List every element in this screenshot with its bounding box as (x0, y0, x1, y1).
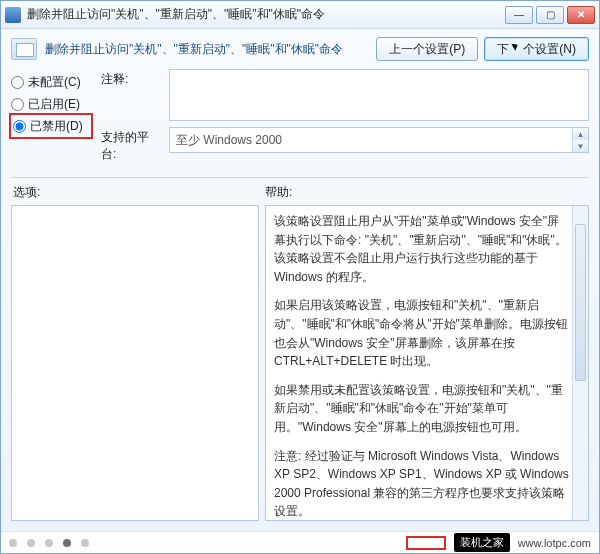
comment-label: 注释: (101, 69, 161, 88)
radio-label: 已禁用(D) (30, 118, 83, 135)
panes: 该策略设置阻止用户从"开始"菜单或"Windows 安全"屏幕执行以下命令: "… (11, 205, 589, 521)
policy-description: 删除并阻止访问"关机"、"重新启动"、"睡眠"和"休眠"命令 (45, 41, 368, 58)
help-scrollbar[interactable] (572, 206, 588, 520)
watermark-bar: 装机之家 www.lotpc.com (1, 531, 599, 553)
nav-buttons: 上一个设置(P) 下 个设置(N) (376, 37, 589, 61)
titlebar: 删除并阻止访问"关机"、"重新启动"、"睡眠"和"休眠"命令 — ▢ ✕ (1, 1, 599, 29)
platform-row: 支持的平台: 至少 Windows 2000 ▲ ▼ (101, 127, 589, 163)
fields: 注释: 支持的平台: 至少 Windows 2000 ▲ ▼ (101, 69, 589, 169)
pane-labels: 选项: 帮助: (11, 184, 589, 201)
radio-unconfigured[interactable]: 未配置(C) (11, 71, 91, 93)
radio-label: 已启用(E) (28, 96, 80, 113)
state-radios: 未配置(C) 已启用(E) 已禁用(D) (11, 69, 91, 169)
pager-dots (9, 539, 89, 547)
config-area: 未配置(C) 已启用(E) 已禁用(D) 注释: 支持的平台: 至少 Windo… (11, 69, 589, 169)
scroll-down-icon[interactable]: ▼ (572, 140, 588, 152)
dot (27, 539, 35, 547)
comment-input[interactable] (169, 69, 589, 121)
next-label-a: 下 (497, 41, 509, 58)
maximize-button[interactable]: ▢ (536, 6, 564, 24)
window-title: 删除并阻止访问"关机"、"重新启动"、"睡眠"和"休眠"命令 (27, 6, 505, 23)
highlight-box (406, 536, 446, 550)
dot (81, 539, 89, 547)
help-text: 注意: 经过验证与 Microsoft Windows Vista、Window… (274, 447, 570, 521)
radio-input[interactable] (11, 98, 24, 111)
header-row: 删除并阻止访问"关机"、"重新启动"、"睡眠"和"休眠"命令 上一个设置(P) … (11, 37, 589, 61)
dialog-window: 删除并阻止访问"关机"、"重新启动"、"睡眠"和"休眠"命令 — ▢ ✕ 删除并… (0, 0, 600, 554)
comment-row: 注释: (101, 69, 589, 121)
close-button[interactable]: ✕ (567, 6, 595, 24)
app-icon (5, 7, 21, 23)
brand-name: 装机之家 (454, 533, 510, 552)
prev-label: 上一个设置(P) (389, 41, 465, 58)
next-label-b: 个设置(N) (523, 41, 576, 58)
platform-scroll: ▲ ▼ (572, 128, 588, 152)
help-text: 如果启用该策略设置，电源按钮和"关机"、"重新启动"、"睡眠"和"休眠"命令将从… (274, 296, 570, 370)
platform-label: 支持的平台: (101, 127, 161, 163)
scrollbar-thumb[interactable] (575, 224, 586, 381)
radio-input[interactable] (13, 120, 26, 133)
minimize-button[interactable]: — (505, 6, 533, 24)
platform-text: 至少 Windows 2000 (176, 132, 282, 149)
dot-active (63, 539, 71, 547)
dot (45, 539, 53, 547)
cursor-icon (511, 42, 521, 56)
options-pane (11, 205, 259, 521)
options-label: 选项: (11, 184, 259, 201)
radio-input[interactable] (11, 76, 24, 89)
help-label: 帮助: (259, 184, 589, 201)
scroll-up-icon[interactable]: ▲ (572, 128, 588, 140)
radio-disabled[interactable]: 已禁用(D) (11, 115, 91, 137)
help-text: 如果禁用或未配置该策略设置，电源按钮和"关机"、"重新启动"、"睡眠"和"休眠"… (274, 381, 570, 437)
content-area: 删除并阻止访问"关机"、"重新启动"、"睡眠"和"休眠"命令 上一个设置(P) … (1, 29, 599, 531)
prev-setting-button[interactable]: 上一个设置(P) (376, 37, 478, 61)
radio-label: 未配置(C) (28, 74, 81, 91)
divider (11, 177, 589, 178)
platform-value: 至少 Windows 2000 ▲ ▼ (169, 127, 589, 153)
help-text: 该策略设置阻止用户从"开始"菜单或"Windows 安全"屏幕执行以下命令: "… (274, 212, 570, 286)
brand-url: www.lotpc.com (518, 537, 591, 549)
dot (9, 539, 17, 547)
radio-enabled[interactable]: 已启用(E) (11, 93, 91, 115)
window-controls: — ▢ ✕ (505, 6, 595, 24)
help-pane: 该策略设置阻止用户从"开始"菜单或"Windows 安全"屏幕执行以下命令: "… (265, 205, 589, 521)
brand: 装机之家 www.lotpc.com (406, 533, 591, 552)
next-setting-button[interactable]: 下 个设置(N) (484, 37, 589, 61)
policy-icon (11, 38, 37, 60)
